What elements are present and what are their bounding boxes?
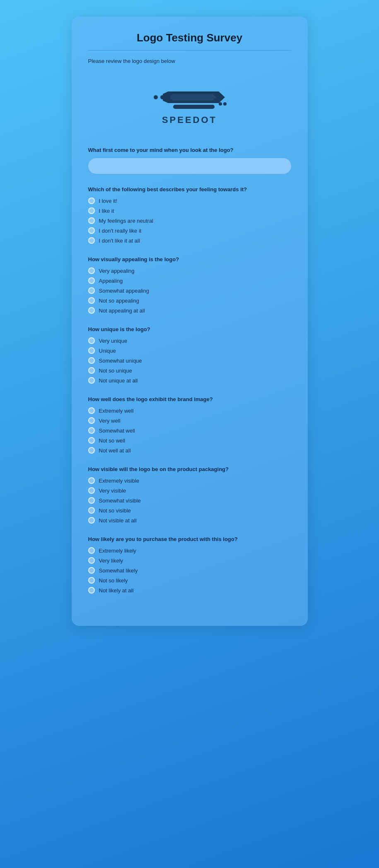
radio-option-q4-1[interactable]: Unique	[88, 347, 291, 354]
radio-input-q2-1[interactable]	[88, 207, 95, 214]
radio-option-q4-0[interactable]: Very unique	[88, 337, 291, 344]
radio-input-q6-2[interactable]	[88, 497, 95, 504]
radio-input-q4-3[interactable]	[88, 367, 95, 374]
svg-marker-3	[170, 94, 217, 101]
radio-input-q7-3[interactable]	[88, 577, 95, 584]
radio-option-q3-0[interactable]: Very appealing	[88, 267, 291, 274]
radio-input-q5-2[interactable]	[88, 427, 95, 434]
radio-label-q2-2: My feelings are neutral	[99, 218, 154, 224]
radio-input-q5-0[interactable]	[88, 407, 95, 414]
radio-input-q3-4[interactable]	[88, 307, 95, 314]
radio-label-q2-4: I don't like it at all	[99, 238, 140, 244]
radio-input-q5-1[interactable]	[88, 417, 95, 424]
logo-text: SPEEDOT	[162, 115, 217, 125]
radio-option-q7-1[interactable]: Very likely	[88, 557, 291, 564]
question-block-q1: What first come to your mind when you lo…	[88, 147, 291, 174]
radio-label-q6-3: Not so visible	[99, 507, 131, 514]
question-label-q3: How visually appealing is the logo?	[88, 256, 291, 262]
radio-input-q5-4[interactable]	[88, 447, 95, 454]
radio-option-q6-3[interactable]: Not so visible	[88, 507, 291, 514]
radio-option-q7-3[interactable]: Not so likely	[88, 577, 291, 584]
radio-option-q5-0[interactable]: Extremely well	[88, 407, 291, 414]
logo-icon	[148, 84, 231, 113]
question-label-q2: Which of the following best describes yo…	[88, 186, 291, 192]
svg-point-6	[223, 102, 227, 106]
radio-option-q7-2[interactable]: Somewhat likely	[88, 567, 291, 574]
logo-area: SPEEDOT	[88, 76, 291, 134]
question-label-q7: How likely are you to purchase the produ…	[88, 536, 291, 542]
radio-option-q2-0[interactable]: I love it!	[88, 197, 291, 204]
question-label-q1: What first come to your mind when you lo…	[88, 147, 291, 153]
radio-input-q5-3[interactable]	[88, 437, 95, 444]
radio-input-q2-4[interactable]	[88, 237, 95, 244]
radio-input-q7-2[interactable]	[88, 567, 95, 574]
radio-option-q5-4[interactable]: Not well at all	[88, 447, 291, 454]
radio-input-q4-0[interactable]	[88, 337, 95, 344]
radio-input-q6-3[interactable]	[88, 507, 95, 514]
radio-label-q6-4: Not visible at all	[99, 517, 137, 524]
radio-option-q6-1[interactable]: Very visible	[88, 487, 291, 494]
radio-input-q3-2[interactable]	[88, 287, 95, 294]
radio-label-q7-2: Somewhat likely	[99, 567, 138, 574]
question-label-q5: How well does the logo exhibit the brand…	[88, 396, 291, 402]
radio-option-q3-4[interactable]: Not appealing at all	[88, 307, 291, 314]
question-block-q4: How unique is the logo?Very uniqueUnique…	[88, 326, 291, 384]
radio-option-q2-1[interactable]: I like it	[88, 207, 291, 214]
question-label-q6: How visible will the logo be on the prod…	[88, 466, 291, 472]
radio-option-q7-4[interactable]: Not likely at all	[88, 587, 291, 594]
radio-input-q2-3[interactable]	[88, 227, 95, 234]
radio-input-q7-4[interactable]	[88, 587, 95, 594]
radio-option-q5-1[interactable]: Very well	[88, 417, 291, 424]
radio-label-q6-0: Extremely visible	[99, 478, 140, 484]
question-block-q5: How well does the logo exhibit the brand…	[88, 396, 291, 454]
radio-option-q5-3[interactable]: Not so well	[88, 437, 291, 444]
radio-label-q3-1: Appealing	[99, 278, 123, 284]
radio-input-q2-0[interactable]	[88, 197, 95, 204]
radio-input-q2-2[interactable]	[88, 217, 95, 224]
survey-title: Logo Testing Survey	[88, 31, 291, 44]
radio-option-q6-2[interactable]: Somewhat visible	[88, 497, 291, 504]
radio-option-q4-4[interactable]: Not unique at all	[88, 377, 291, 384]
radio-input-q7-0[interactable]	[88, 547, 95, 554]
radio-input-q3-0[interactable]	[88, 267, 95, 274]
divider	[88, 50, 291, 50]
radio-input-q3-3[interactable]	[88, 297, 95, 304]
radio-label-q4-0: Very unique	[99, 338, 128, 344]
radio-option-q6-4[interactable]: Not visible at all	[88, 517, 291, 524]
radio-input-q3-1[interactable]	[88, 277, 95, 284]
radio-label-q5-3: Not so well	[99, 438, 126, 444]
survey-card: Logo Testing Survey Please review the lo…	[72, 17, 308, 626]
radio-label-q7-4: Not likely at all	[99, 587, 134, 594]
text-input-q1[interactable]	[88, 158, 291, 174]
radio-option-q2-4[interactable]: I don't like it at all	[88, 237, 291, 244]
radio-option-q2-2[interactable]: My feelings are neutral	[88, 217, 291, 224]
radio-input-q4-1[interactable]	[88, 347, 95, 354]
radio-option-q3-2[interactable]: Somewhat appealing	[88, 287, 291, 294]
radio-option-q3-3[interactable]: Not so appealing	[88, 297, 291, 304]
radio-label-q5-4: Not well at all	[99, 447, 131, 454]
radio-input-q6-4[interactable]	[88, 517, 95, 524]
radio-input-q6-0[interactable]	[88, 477, 95, 484]
radio-label-q2-1: I like it	[99, 208, 114, 214]
radio-option-q6-0[interactable]: Extremely visible	[88, 477, 291, 484]
radio-label-q5-0: Extremely well	[99, 408, 134, 414]
radio-label-q3-2: Somewhat appealing	[99, 288, 149, 294]
radio-label-q4-1: Unique	[99, 348, 116, 354]
radio-option-q2-3[interactable]: I don't really like it	[88, 227, 291, 234]
radio-label-q3-3: Not so appealing	[99, 298, 140, 304]
question-block-q2: Which of the following best describes yo…	[88, 186, 291, 244]
radio-option-q4-2[interactable]: Somewhat unique	[88, 357, 291, 364]
logo-image: SPEEDOT	[148, 84, 231, 125]
radio-input-q7-1[interactable]	[88, 557, 95, 564]
radio-option-q7-0[interactable]: Extremely likely	[88, 547, 291, 554]
question-label-q4: How unique is the logo?	[88, 326, 291, 332]
question-block-q3: How visually appealing is the logo?Very …	[88, 256, 291, 314]
radio-option-q3-1[interactable]: Appealing	[88, 277, 291, 284]
radio-label-q2-3: I don't really like it	[99, 228, 142, 234]
radio-option-q4-3[interactable]: Not so unique	[88, 367, 291, 374]
survey-subtitle: Please review the logo design below	[88, 58, 291, 64]
radio-input-q4-4[interactable]	[88, 377, 95, 384]
radio-input-q4-2[interactable]	[88, 357, 95, 364]
radio-input-q6-1[interactable]	[88, 487, 95, 494]
radio-option-q5-2[interactable]: Somewhat well	[88, 427, 291, 434]
